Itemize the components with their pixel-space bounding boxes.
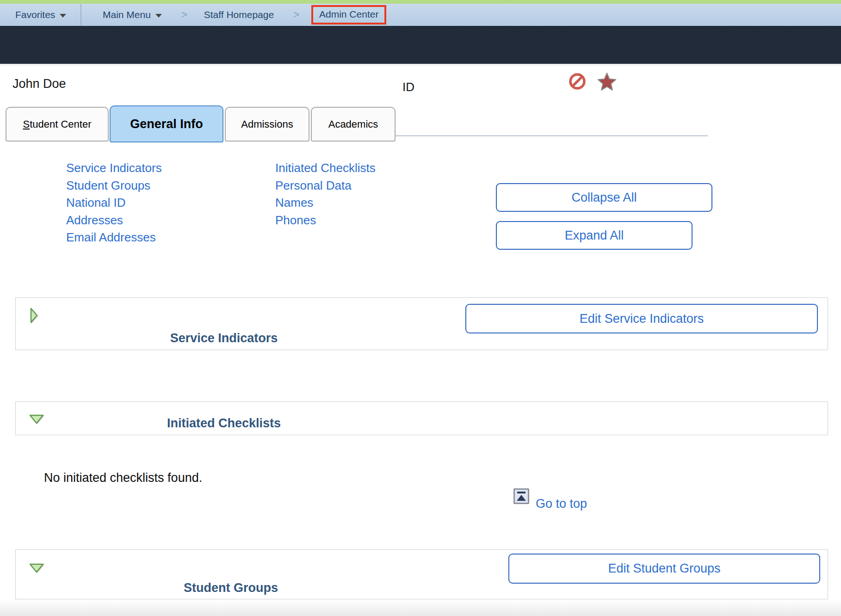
page-bottom-fade <box>0 600 841 616</box>
go-to-top-link[interactable]: Go to top <box>536 497 587 511</box>
admin-center-page: Favorites Main Menu > Staff Homepage > A… <box>0 0 841 616</box>
quick-links-column-2: Initiated Checklists Personal Data Names… <box>275 160 376 229</box>
tab-student-center[interactable]: Student Center <box>6 107 109 142</box>
main-menu-label: Main Menu <box>103 9 151 20</box>
chevron-down-icon <box>155 14 162 18</box>
edit-student-groups-button[interactable]: Edit Student Groups <box>508 554 820 584</box>
star-icon[interactable] <box>597 71 617 93</box>
tab-label: Admissions <box>241 118 293 130</box>
quick-links-column-1: Service Indicators Student Groups Nation… <box>66 160 162 246</box>
link-addresses[interactable]: Addresses <box>66 212 162 229</box>
breadcrumb-staff-homepage[interactable]: Staff Homepage <box>204 9 274 20</box>
link-national-id[interactable]: National ID <box>66 194 162 212</box>
breadcrumb-admin-center-highlighted[interactable]: Admin Center <box>311 5 386 25</box>
tab-label: General Info <box>130 117 203 131</box>
collapse-section-icon[interactable] <box>29 562 44 576</box>
breadcrumb-separator-icon: > <box>181 9 187 21</box>
student-name: John Doe <box>12 77 66 91</box>
section-title-initiated-checklists: Initiated Checklists <box>16 416 432 431</box>
tab-bar: Student Center General Info Admissions A… <box>0 105 841 142</box>
edit-service-indicators-button[interactable]: Edit Service Indicators <box>465 304 818 333</box>
link-initiated-checklists[interactable]: Initiated Checklists <box>275 160 376 177</box>
favorites-label: Favorites <box>15 9 55 20</box>
tab-general-info[interactable]: General Info <box>110 105 223 142</box>
header-bar <box>0 26 841 64</box>
section-title-service-indicators: Service Indicators <box>16 331 432 345</box>
link-names[interactable]: Names <box>275 194 376 212</box>
link-phones[interactable]: Phones <box>275 212 376 229</box>
breadcrumb-separator-icon: > <box>293 9 299 21</box>
section-student-groups: Edit Student Groups Student Groups <box>15 549 828 599</box>
tab-label: Student Center <box>23 118 92 130</box>
section-service-indicators: Edit Service Indicators Service Indicato… <box>15 297 828 350</box>
collapse-all-button[interactable]: Collapse All <box>496 183 712 212</box>
person-header: John Doe ID <box>0 66 841 105</box>
link-service-indicators[interactable]: Service Indicators <box>66 160 162 177</box>
tab-admissions[interactable]: Admissions <box>225 107 309 142</box>
section-title-student-groups: Student Groups <box>16 581 446 595</box>
student-id-label: ID <box>402 80 414 94</box>
chevron-down-icon <box>60 14 66 18</box>
no-checklists-message: No initiated checklists found. <box>44 471 202 485</box>
tab-label: Academics <box>328 118 378 130</box>
link-student-groups[interactable]: Student Groups <box>66 177 162 195</box>
main-menu[interactable]: Main Menu <box>103 9 162 20</box>
favorites-menu[interactable]: Favorites <box>0 4 81 26</box>
go-to-top-icon[interactable] <box>513 488 529 504</box>
top-accent-strip <box>0 0 841 4</box>
breadcrumb: Favorites Main Menu > Staff Homepage > A… <box>0 4 841 26</box>
link-personal-data[interactable]: Personal Data <box>275 177 376 195</box>
expand-section-icon[interactable] <box>30 307 39 326</box>
negative-service-indicator-icon[interactable] <box>568 72 587 92</box>
tab-bar-rule <box>393 135 708 136</box>
expand-all-button[interactable]: Expand All <box>496 221 693 250</box>
section-initiated-checklists: Initiated Checklists <box>15 401 828 435</box>
tab-academics[interactable]: Academics <box>311 107 396 142</box>
link-email-addresses[interactable]: Email Addresses <box>66 229 162 246</box>
